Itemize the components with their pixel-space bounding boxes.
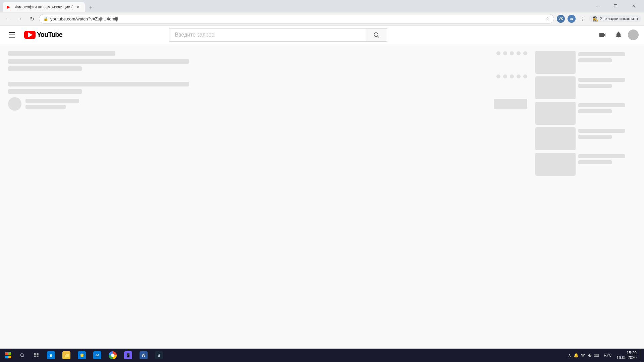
svg-point-0: [374, 33, 378, 37]
skeleton-avatar: [8, 97, 21, 111]
browser-tab[interactable]: ▶ Философия на самоизоляции ( ✕: [3, 2, 85, 12]
taskbar-explorer-icon[interactable]: 📁: [59, 349, 74, 362]
sidebar-title: [578, 129, 625, 133]
extension-vk2-button[interactable]: ✉: [567, 14, 576, 23]
extension-vk-button[interactable]: VK: [556, 14, 566, 23]
tray-network[interactable]: [580, 353, 586, 358]
toolbar-extensions: VK ✉ ⋮: [556, 14, 587, 23]
taskbar-steam-icon[interactable]: ♟: [152, 349, 166, 362]
svg-rect-8: [34, 353, 36, 355]
header-right: [596, 28, 639, 42]
sidebar-meta: [578, 135, 612, 139]
search-input[interactable]: [169, 28, 366, 42]
video-upload-button[interactable]: [596, 28, 609, 42]
sidebar-info: [578, 153, 636, 176]
taskbar-edge-icon[interactable]: e: [44, 349, 58, 362]
sidebar-meta: [578, 160, 612, 164]
bookmark-icon[interactable]: ☆: [545, 16, 550, 21]
skeleton-dot: [517, 74, 521, 78]
svg-rect-10: [34, 356, 36, 357]
sidebar-thumb: [535, 127, 576, 150]
refresh-button[interactable]: ↻: [27, 14, 37, 24]
search-button[interactable]: [366, 28, 387, 42]
tray-keyboard[interactable]: ⌨: [594, 353, 599, 358]
skeleton-dot: [496, 51, 500, 55]
sidebar-info: [578, 127, 636, 150]
skeleton-dot: [523, 51, 527, 55]
extension-settings-button[interactable]: ⋮: [578, 14, 587, 23]
notifications-button[interactable]: [612, 28, 625, 42]
minimize-button[interactable]: ─: [590, 0, 605, 12]
menu-button[interactable]: [5, 28, 19, 42]
sidebar-info: [578, 76, 636, 99]
taskbar-store-icon[interactable]: ⭐: [74, 349, 89, 362]
video-column: [8, 51, 527, 355]
taskbar: e 📁 ⭐ ✉ 📱 W ♟ ∧ 🔔: [0, 349, 644, 362]
taskbar-search-button[interactable]: [15, 349, 29, 362]
svg-point-6: [20, 354, 23, 357]
tray-notifications[interactable]: 🔔: [574, 353, 579, 358]
sidebar-item: [535, 102, 636, 125]
taskbar-language[interactable]: РУС: [602, 353, 613, 358]
search-bar: [169, 28, 387, 42]
tray-show-icons[interactable]: ∧: [567, 353, 572, 358]
svg-rect-5: [8, 356, 11, 358]
youtube-logo-icon: [24, 31, 36, 39]
close-button[interactable]: ✕: [626, 0, 641, 12]
svg-line-1: [378, 36, 379, 37]
taskbar-mail-icon[interactable]: ✉: [90, 349, 105, 362]
sidebar-thumb: [535, 102, 576, 125]
sidebar: [535, 51, 636, 355]
skeleton-subscribe: [494, 99, 527, 109]
skeleton-channel-name: [25, 99, 79, 103]
sidebar-info: [578, 102, 636, 125]
user-avatar[interactable]: [628, 29, 639, 40]
skeleton-dot: [503, 51, 507, 55]
svg-rect-11: [37, 356, 38, 357]
youtube-logo[interactable]: YouTube: [24, 31, 62, 39]
start-button[interactable]: [1, 349, 15, 362]
ssl-lock-icon: 🔒: [43, 16, 48, 21]
taskbar-viber-icon[interactable]: 📱: [121, 349, 136, 362]
tab-favicon: ▶: [7, 4, 12, 10]
skeleton-dot: [510, 74, 514, 78]
skeleton-title-line: [8, 82, 189, 86]
skeleton-dot: [523, 74, 527, 78]
skeleton-dot: [517, 51, 521, 55]
taskbar-chrome-icon[interactable]: [105, 349, 120, 362]
new-tab-button[interactable]: +: [86, 3, 96, 12]
tray-volume[interactable]: [587, 353, 592, 358]
sidebar-title: [578, 78, 625, 82]
sidebar-thumb: [535, 153, 576, 176]
forward-button[interactable]: →: [15, 14, 25, 24]
sidebar-item: [535, 76, 636, 99]
svg-line-7: [23, 356, 24, 357]
restore-button[interactable]: ❐: [608, 0, 623, 12]
show-desktop-button[interactable]: [640, 349, 643, 362]
skeleton-bar: [8, 51, 115, 56]
search-container: [169, 28, 387, 42]
skeleton-dot: [496, 74, 500, 78]
back-button[interactable]: ←: [3, 14, 13, 24]
youtube-play-icon: [28, 32, 33, 38]
hamburger-icon: [9, 32, 15, 38]
sidebar-meta: [578, 84, 612, 88]
sidebar-meta: [578, 109, 612, 113]
sidebar-item: [535, 51, 636, 74]
tab-close-button[interactable]: ✕: [75, 4, 81, 10]
taskbar-date-display: 16.05.2020: [616, 355, 637, 360]
incognito-indicator[interactable]: 🕵️ 2 вкладки инкогнито: [589, 15, 641, 22]
youtube-header: YouTube: [0, 25, 644, 44]
svg-rect-9: [37, 353, 38, 355]
taskbar-word-icon[interactable]: W: [136, 349, 151, 362]
skeleton-dot: [503, 74, 507, 78]
taskbar-task-view[interactable]: [30, 349, 43, 362]
incognito-label: 2 вкладки инкогнито: [600, 16, 638, 21]
skeleton-title-line: [8, 66, 82, 71]
address-bar[interactable]: 🔒 youtube.com/watch?v=ZujhU4qmijI ☆: [39, 14, 554, 23]
sidebar-thumb: [535, 76, 576, 99]
sidebar-title: [578, 154, 625, 158]
sidebar-title: [578, 52, 625, 56]
svg-rect-4: [5, 356, 8, 358]
taskbar-clock[interactable]: 15:29 16.05.2020: [614, 351, 639, 360]
